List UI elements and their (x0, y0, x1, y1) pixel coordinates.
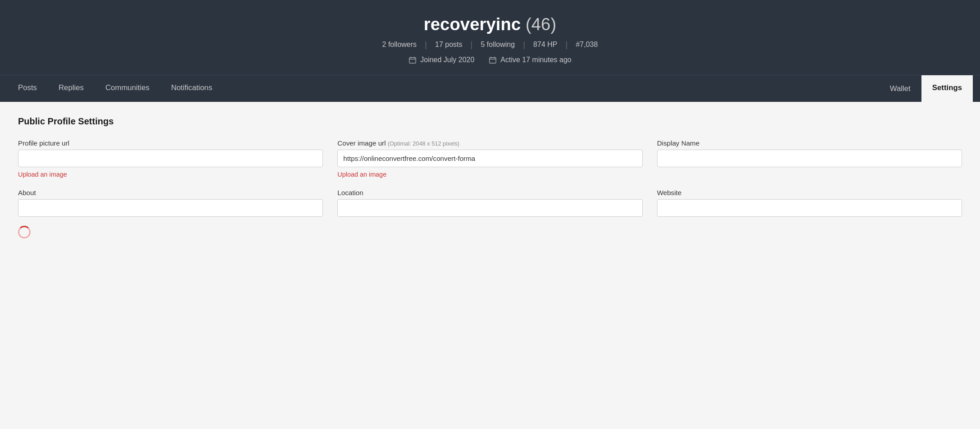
website-input[interactable] (657, 199, 962, 217)
joined-meta: Joined July 2020 (408, 56, 474, 64)
about-input[interactable] (18, 199, 323, 217)
cover-image-group: Cover image url (Optimal: 2048 x 512 pix… (337, 139, 642, 178)
username-text: recoveryinc (424, 14, 521, 34)
following-stat: 5 following (473, 41, 523, 49)
profile-picture-label: Profile picture url (18, 139, 323, 147)
cover-image-upload-link[interactable]: Upload an image (337, 171, 642, 178)
nav-tabs: Posts Replies Communities Notifications (7, 75, 879, 102)
profile-picture-group: Profile picture url Upload an image (18, 139, 323, 178)
profile-picture-upload-link[interactable]: Upload an image (18, 171, 323, 178)
about-label: About (18, 189, 323, 196)
profile-stats: 2 followers | 17 posts | 5 following | 8… (9, 40, 971, 50)
display-name-group: Display Name (657, 139, 962, 178)
settings-form: Profile picture url Upload an image Cove… (18, 139, 962, 217)
tab-wallet[interactable]: Wallet (879, 75, 921, 102)
reputation-text: (46) (526, 14, 556, 34)
tab-replies[interactable]: Replies (48, 75, 95, 102)
active-meta: Active 17 minutes ago (489, 56, 571, 64)
cover-image-hint: (Optimal: 2048 x 512 pixels) (388, 140, 459, 147)
display-name-label: Display Name (657, 139, 962, 147)
main-content: Public Profile Settings Profile picture … (0, 102, 980, 372)
profile-username: recoveryinc (46) (9, 14, 971, 34)
followers-stat: 2 followers (374, 41, 425, 49)
calendar-icon-joined (408, 56, 417, 64)
calendar-icon-active (489, 56, 497, 64)
tab-settings[interactable]: Settings (921, 75, 973, 102)
nav-bar: Posts Replies Communities Notifications … (0, 75, 980, 102)
tab-notifications[interactable]: Notifications (160, 75, 223, 102)
nav-right: Wallet Settings (879, 75, 973, 102)
rank-stat: #7,038 (567, 41, 606, 49)
active-text: Active 17 minutes ago (500, 56, 571, 64)
svg-rect-0 (409, 58, 416, 64)
location-input[interactable] (337, 199, 642, 217)
location-label: Location (337, 189, 642, 196)
about-group: About (18, 189, 323, 217)
section-title: Public Profile Settings (18, 116, 962, 127)
tab-communities[interactable]: Communities (95, 75, 160, 102)
joined-text: Joined July 2020 (420, 56, 474, 64)
tab-posts[interactable]: Posts (7, 75, 48, 102)
profile-header: recoveryinc (46) 2 followers | 17 posts … (0, 0, 980, 75)
loading-spinner (18, 226, 31, 238)
website-label: Website (657, 189, 962, 196)
cover-image-input[interactable] (337, 150, 642, 167)
svg-rect-4 (490, 58, 496, 64)
display-name-input[interactable] (657, 150, 962, 167)
website-group: Website (657, 189, 962, 217)
posts-stat: 17 posts (427, 41, 470, 49)
profile-meta: Joined July 2020 Active 17 minutes ago (9, 56, 971, 64)
profile-picture-input[interactable] (18, 150, 323, 167)
location-group: Location (337, 189, 642, 217)
hp-stat: 874 HP (525, 41, 565, 49)
cover-image-label: Cover image url (Optimal: 2048 x 512 pix… (337, 139, 642, 147)
